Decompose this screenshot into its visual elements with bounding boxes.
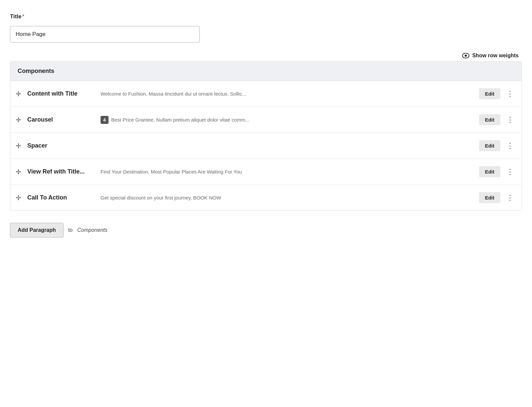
drag-handle-icon[interactable]: ✛	[16, 168, 21, 176]
more-menu-button-content-with-title[interactable]: ⋮	[504, 89, 516, 99]
edit-button-content-with-title[interactable]: Edit	[479, 88, 500, 99]
eye-icon	[462, 52, 469, 59]
title-field-container: Title*	[10, 13, 522, 43]
drag-handle-icon[interactable]: ✛	[16, 116, 21, 124]
show-row-weights-container: Show row weights	[10, 52, 522, 59]
more-menu-button-call-to-action[interactable]: ⋮	[504, 193, 516, 203]
components-table: Components ✛ Content with Title Welcome …	[10, 61, 522, 211]
table-row: ✛ Content with Title Welcome to Fushion,…	[10, 81, 522, 107]
add-paragraph-target-label: Components	[77, 227, 108, 233]
table-row: ✛ Spacer Edit ⋮	[10, 133, 522, 159]
drag-handle-icon[interactable]: ✛	[16, 90, 21, 98]
component-preview-call-to-action: Get special discount on your first journ…	[101, 195, 479, 201]
show-row-weights-button[interactable]: Show row weights	[462, 52, 519, 59]
component-name-content-with-title: Content with Title	[27, 90, 101, 97]
component-name-spacer: Spacer	[27, 142, 101, 149]
edit-button-view-ref-with-title[interactable]: Edit	[479, 166, 500, 177]
title-label-text: Title	[10, 13, 22, 20]
table-row: ✛ Carousel 4 Best Price Grantee, Nullam …	[10, 107, 522, 133]
more-menu-button-view-ref-with-title[interactable]: ⋮	[504, 167, 516, 177]
edit-button-carousel[interactable]: Edit	[479, 114, 500, 125]
add-paragraph-button[interactable]: Add Paragraph	[10, 223, 64, 237]
components-header: Components	[10, 62, 522, 81]
more-menu-button-spacer[interactable]: ⋮	[504, 141, 516, 151]
component-preview-view-ref-with-title: Find Your Destination, Most Popular Plac…	[101, 169, 479, 175]
component-preview-content-with-title: Welcome to Fushion, Massa tincidunt dui …	[101, 91, 479, 97]
component-name-carousel: Carousel	[27, 116, 101, 123]
svg-point-1	[465, 55, 467, 57]
drag-handle-icon[interactable]: ✛	[16, 194, 21, 202]
table-row: ✛ View Ref with Title... Find Your Desti…	[10, 159, 522, 185]
title-input[interactable]	[10, 26, 200, 43]
table-row: ✛ Call To Action Get special discount on…	[10, 185, 522, 210]
edit-button-call-to-action[interactable]: Edit	[479, 192, 500, 203]
drag-handle-icon[interactable]: ✛	[16, 142, 21, 150]
carousel-badge: 4	[101, 116, 109, 124]
component-preview-carousel: Best Price Grantee, Nullam pretium aliqu…	[111, 117, 472, 123]
edit-button-spacer[interactable]: Edit	[479, 140, 500, 151]
preview-with-badge-carousel: 4 Best Price Grantee, Nullam pretium ali…	[101, 116, 479, 124]
title-label: Title*	[10, 14, 24, 19]
to-label: to	[68, 227, 73, 233]
more-menu-button-carousel[interactable]: ⋮	[504, 115, 516, 125]
add-paragraph-section: Add Paragraph to Components	[10, 223, 522, 237]
required-star: *	[22, 14, 24, 19]
show-row-weights-label: Show row weights	[472, 53, 519, 59]
component-name-call-to-action: Call To Action	[27, 194, 101, 201]
components-header-text: Components	[18, 68, 54, 74]
component-name-view-ref-with-title: View Ref with Title...	[27, 168, 101, 175]
